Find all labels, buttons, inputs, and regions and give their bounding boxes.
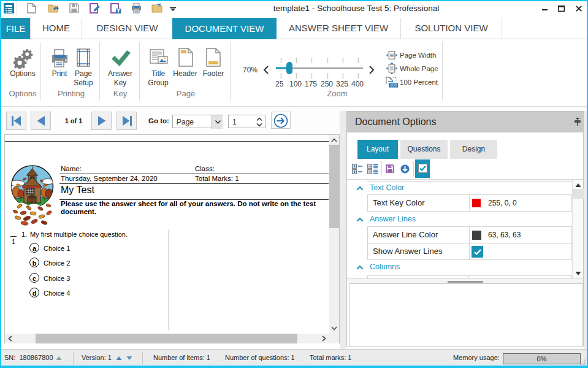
svg-text:100: 100 bbox=[390, 83, 397, 87]
